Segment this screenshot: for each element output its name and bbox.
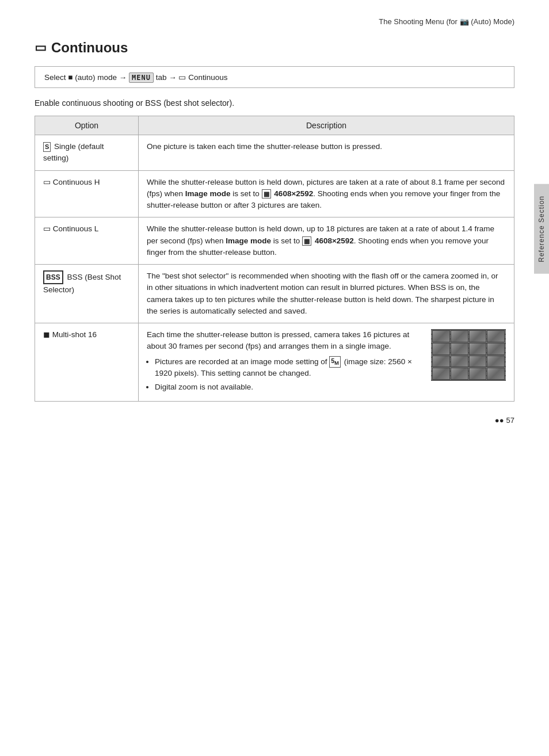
desc-single: One picture is taken each time the shutt…	[139, 135, 514, 171]
page-num-value: 57	[506, 416, 514, 425]
mini-frame	[487, 368, 505, 380]
5m-icon: 5M	[329, 356, 341, 368]
option-multishot: ◼ Multi-shot 16	[35, 323, 139, 402]
image-mode-bold-1: Image mode	[185, 189, 231, 198]
mini-frame	[451, 356, 468, 368]
image-mode-bold-2: Image mode	[226, 236, 271, 245]
nav-tab-text: tab	[156, 73, 169, 82]
multishot-icon: ◼	[43, 330, 52, 339]
nav-auto-label: (auto) mode	[75, 73, 119, 82]
option-bss: BSS BSS (Best Shot Selector)	[35, 265, 139, 323]
desc-continuous-h: While the shutter-release button is held…	[139, 170, 514, 217]
cont-h-icon: ▭	[43, 178, 53, 186]
page-number: ●● 57	[495, 416, 514, 425]
table-row: ▭ Continuous H While the shutter-release…	[35, 170, 514, 217]
continuous-icon: ▭	[35, 40, 47, 55]
cont-l-icon: ▭	[43, 224, 53, 233]
multishot-main-text: Each time the shutter-release button is …	[147, 330, 409, 350]
page-container: The Shooting Menu (for 📷 (Auto) Mode) ▭ …	[0, 0, 549, 442]
res-icon-2: ▦	[302, 236, 311, 246]
nav-arrow1: →	[119, 73, 129, 82]
page-title: ▭ Continuous	[35, 40, 514, 56]
desc-continuous-l: While the shutter-release button is held…	[139, 217, 514, 265]
multishot-bullets: Pictures are recorded at an image mode s…	[155, 356, 423, 394]
title-label: Continuous	[51, 40, 128, 56]
cont-l-label: Continuous L	[53, 224, 99, 233]
res-label-2: 4608×2592	[315, 236, 354, 245]
mini-frame	[487, 343, 505, 355]
cont-h-label: Continuous H	[53, 178, 100, 186]
table-row: ◼ Multi-shot 16 Each time the shutter-re…	[35, 323, 514, 402]
multishot-label: Multi-shot 16	[52, 330, 97, 339]
res-label-1: 4608×2592	[274, 189, 313, 198]
mini-frame	[469, 356, 487, 368]
mini-frame	[451, 368, 468, 380]
option-single: S Single (default setting)	[35, 135, 139, 171]
nav-cont-icon: ▭	[178, 73, 188, 82]
single-label: Single (default setting)	[43, 142, 104, 162]
page-header: The Shooting Menu (for 📷 (Auto) Mode)	[35, 17, 514, 29]
options-table: Option Description S Single (default set…	[35, 116, 514, 402]
option-continuous-l: ▭ Continuous L	[35, 217, 139, 265]
header-title: The Shooting Menu (for 📷 (Auto) Mode)	[379, 17, 514, 26]
multishot-sample-image	[431, 329, 506, 381]
mini-frame	[487, 356, 505, 368]
mini-frame	[451, 330, 468, 342]
mini-frame	[451, 343, 468, 355]
table-row: ▭ Continuous L While the shutter-release…	[35, 217, 514, 265]
res-icon-1: ▦	[262, 189, 271, 198]
side-reference-label: Reference Section	[534, 184, 549, 274]
option-continuous-h: ▭ Continuous H	[35, 170, 139, 217]
nav-auto-icon: ■	[68, 73, 73, 82]
col-option-header: Option	[35, 116, 139, 135]
bullet-2: Digital zoom is not available.	[155, 381, 423, 393]
nav-box: Select ■ (auto) mode → MENU tab → ▭ Cont…	[35, 66, 514, 88]
mini-frame	[469, 343, 487, 355]
mini-frame	[487, 330, 505, 342]
page-num-dots: ●●	[495, 416, 504, 425]
mini-frame	[469, 368, 487, 380]
bullet-1: Pictures are recorded at an image mode s…	[155, 356, 423, 380]
nav-cont-label: Continuous	[188, 73, 227, 82]
table-row: S Single (default setting) One picture i…	[35, 135, 514, 171]
nav-menu-label: MENU	[129, 72, 154, 83]
mini-frame	[432, 343, 450, 355]
mini-frame	[432, 368, 450, 380]
multishot-grid	[431, 329, 506, 381]
nav-select-text: Select	[44, 73, 68, 82]
intro-text: Enable continuous shooting or BSS (best …	[35, 98, 514, 108]
table-row: BSS BSS (Best Shot Selector) The "best s…	[35, 265, 514, 323]
multishot-content: Each time the shutter-release button is …	[147, 329, 506, 395]
desc-multishot: Each time the shutter-release button is …	[139, 323, 514, 402]
col-desc-header: Description	[139, 116, 514, 135]
mini-frame	[469, 330, 487, 342]
mini-frame	[432, 330, 450, 342]
single-icon: S	[43, 142, 51, 151]
mini-frame	[432, 356, 450, 368]
multishot-text-block: Each time the shutter-release button is …	[147, 329, 423, 395]
desc-bss: The "best shot selector" is recommended …	[139, 265, 514, 323]
bss-icon: BSS	[43, 270, 63, 284]
nav-arrow2: →	[169, 73, 178, 82]
